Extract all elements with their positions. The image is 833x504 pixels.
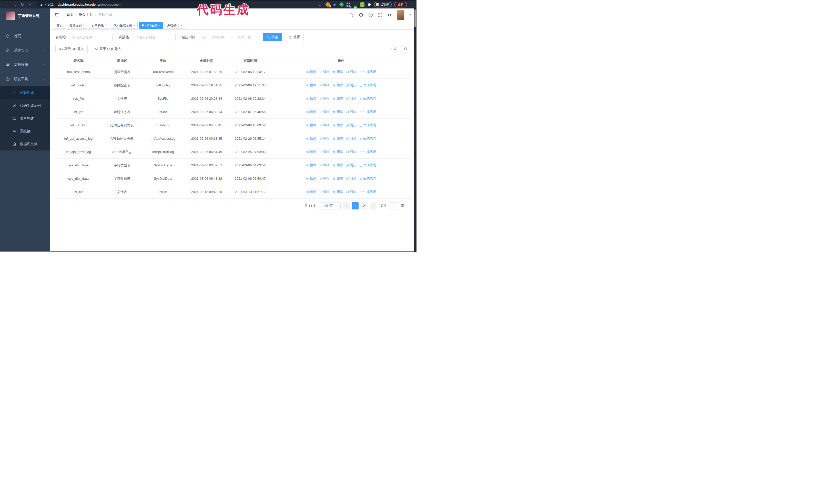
scrollbar-track[interactable] bbox=[414, 8, 416, 252]
tab-代码生成示例[interactable]: 代码生成示例× bbox=[111, 22, 138, 29]
extension-grid-icon[interactable]: ◆ bbox=[346, 2, 351, 7]
star-icon[interactable]: ☆ bbox=[318, 2, 322, 7]
address-bar[interactable]: ▲ 不安全 dashboard.yudao.iocoder.cn/tool/co… bbox=[37, 1, 217, 8]
delete-link[interactable]: 删除 bbox=[333, 176, 343, 181]
import-sql-button[interactable]: 基于 SQL 导入 bbox=[91, 45, 125, 53]
caret-down-icon[interactable]: ▾ bbox=[409, 13, 411, 17]
import-db-button[interactable]: 基于 DB 导入 bbox=[55, 45, 88, 53]
sidebar-item-系统管理[interactable]: 系统管理 bbox=[0, 43, 50, 58]
close-icon[interactable]: × bbox=[181, 24, 183, 27]
puzzle-icon[interactable] bbox=[367, 2, 372, 7]
paused-extension-pill[interactable]: 已暂停 bbox=[374, 2, 391, 7]
delete-link[interactable]: 删除 bbox=[333, 123, 343, 127]
edit-link[interactable]: 编辑 bbox=[319, 123, 330, 127]
reload-icon[interactable]: ↻ bbox=[19, 2, 26, 7]
date-range-picker[interactable]: 开始日期 - 结束日期 bbox=[199, 33, 258, 41]
fullscreen-icon[interactable] bbox=[378, 13, 382, 17]
sync-link[interactable]: 同步 bbox=[346, 176, 356, 181]
sidebar-fold-icon[interactable] bbox=[54, 13, 59, 17]
generate-code-link[interactable]: 生成代码 bbox=[359, 70, 376, 74]
sync-link[interactable]: 同步 bbox=[346, 70, 356, 74]
next-page-button[interactable]: › bbox=[370, 202, 377, 210]
goto-page-input[interactable] bbox=[388, 202, 399, 210]
github-icon[interactable] bbox=[359, 13, 363, 17]
search-button[interactable]: 搜索 bbox=[263, 33, 282, 41]
sync-link[interactable]: 同步 bbox=[346, 123, 356, 127]
sync-link[interactable]: 同步 bbox=[346, 96, 356, 101]
sidebar-subitem-数据库文档[interactable]: 数据库文档 bbox=[0, 138, 50, 150]
generate-code-link[interactable]: 生成代码 bbox=[359, 163, 376, 167]
scrollbar-thumb[interactable] bbox=[414, 9, 416, 27]
close-icon[interactable]: × bbox=[83, 24, 85, 27]
edit-link[interactable]: 编辑 bbox=[319, 190, 330, 194]
sync-link[interactable]: 同步 bbox=[346, 136, 356, 141]
edit-link[interactable]: 编辑 bbox=[319, 163, 330, 167]
generate-code-link[interactable]: 生成代码 bbox=[359, 123, 376, 127]
generate-code-link[interactable]: 生成代码 bbox=[359, 190, 376, 194]
prev-page-button[interactable]: ‹ bbox=[343, 202, 350, 210]
edit-link[interactable]: 编辑 bbox=[319, 83, 330, 88]
extension-check-icon[interactable]: ✓ bbox=[339, 2, 344, 7]
preview-link[interactable]: 预览 bbox=[306, 176, 316, 181]
sync-link[interactable]: 同步 bbox=[346, 163, 356, 167]
edit-link[interactable]: 编辑 bbox=[319, 136, 330, 141]
page-size-select[interactable]: 10条/页 bbox=[318, 202, 341, 210]
generate-code-link[interactable]: 生成代码 bbox=[359, 110, 376, 114]
font-size-icon[interactable]: tT bbox=[388, 13, 392, 17]
sidebar-item-基础设施[interactable]: 基础设施 bbox=[0, 58, 50, 72]
edit-link[interactable]: 编辑 bbox=[319, 96, 330, 101]
page-number-2[interactable]: 2 bbox=[361, 202, 367, 210]
delete-link[interactable]: 删除 bbox=[333, 150, 343, 154]
preview-link[interactable]: 预览 bbox=[306, 83, 316, 88]
page-number-1[interactable]: 1 bbox=[352, 202, 359, 210]
browser-menu-icon[interactable]: ⋮ bbox=[410, 3, 413, 6]
avatar[interactable] bbox=[397, 10, 404, 20]
preview-link[interactable]: 预览 bbox=[306, 150, 316, 154]
home-icon[interactable]: ⌂ bbox=[26, 2, 34, 7]
generate-code-link[interactable]: 生成代码 bbox=[359, 150, 376, 154]
generate-code-link[interactable]: 生成代码 bbox=[359, 83, 376, 88]
reset-button[interactable]: 重置 bbox=[285, 33, 304, 41]
delete-link[interactable]: 删除 bbox=[333, 190, 343, 194]
extension-gem-icon[interactable]: ◆ bbox=[332, 2, 337, 7]
browser-update-button[interactable]: 更新 bbox=[394, 2, 407, 7]
sync-link[interactable]: 同步 bbox=[346, 150, 356, 154]
tab-系统接口[interactable]: 系统接口× bbox=[165, 22, 185, 29]
extension-on-icon[interactable]: on bbox=[353, 2, 358, 7]
extension-orange-icon[interactable]: 1 bbox=[326, 2, 330, 7]
back-icon[interactable]: ← bbox=[3, 2, 11, 7]
tab-表单构建[interactable]: 表单构建× bbox=[89, 22, 110, 29]
tab-首页[interactable]: 首页 bbox=[54, 22, 65, 29]
preview-link[interactable]: 预览 bbox=[306, 70, 316, 74]
preview-link[interactable]: 预览 bbox=[306, 136, 316, 141]
delete-link[interactable]: 删除 bbox=[333, 136, 343, 141]
toggle-search-icon[interactable] bbox=[391, 45, 399, 52]
delete-link[interactable]: 删除 bbox=[333, 163, 343, 167]
table-name-input[interactable] bbox=[69, 33, 113, 41]
delete-link[interactable]: 删除 bbox=[333, 110, 343, 114]
preview-link[interactable]: 预览 bbox=[306, 123, 316, 127]
app-logo-row[interactable]: 芋道管理系统 bbox=[0, 8, 50, 23]
tab-链路追踪[interactable]: 链路追踪× bbox=[67, 22, 88, 29]
sidebar-subitem-代码生成[interactable]: 代码生成 bbox=[0, 87, 50, 99]
preview-link[interactable]: 预览 bbox=[306, 110, 316, 114]
generate-code-link[interactable]: 生成代码 bbox=[359, 96, 376, 101]
edit-link[interactable]: 编辑 bbox=[319, 70, 330, 74]
close-icon[interactable]: × bbox=[133, 24, 135, 27]
sidebar-subitem-系统接口[interactable]: 系统接口 bbox=[0, 125, 50, 138]
edit-link[interactable]: 编辑 bbox=[319, 150, 330, 154]
refresh-table-icon[interactable] bbox=[402, 45, 409, 52]
edit-link[interactable]: 编辑 bbox=[319, 176, 330, 181]
sync-link[interactable]: 同步 bbox=[346, 110, 356, 114]
breadcrumb-item[interactable]: 首页 bbox=[67, 13, 74, 17]
sync-link[interactable]: 同步 bbox=[346, 83, 356, 88]
help-icon[interactable]: ? bbox=[368, 13, 373, 17]
generate-code-link[interactable]: 生成代码 bbox=[359, 136, 376, 141]
sidebar-item-首页[interactable]: 首页 bbox=[0, 29, 50, 43]
preview-link[interactable]: 预览 bbox=[306, 190, 316, 194]
forward-icon[interactable]: → bbox=[11, 2, 19, 7]
generate-code-link[interactable]: 生成代码 bbox=[359, 176, 376, 181]
tab-代码生成[interactable]: 代码生成× bbox=[139, 22, 163, 29]
delete-link[interactable]: 删除 bbox=[333, 83, 343, 88]
extension-bot-icon[interactable] bbox=[360, 2, 364, 7]
